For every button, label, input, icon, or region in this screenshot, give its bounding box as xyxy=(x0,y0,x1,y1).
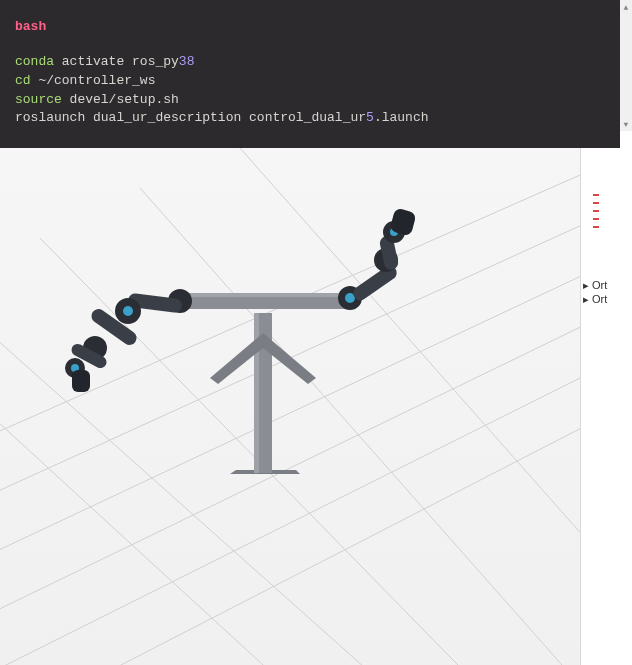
svg-rect-12 xyxy=(254,313,259,473)
code-lines[interactable]: conda activate ros_py38cd ~/controller_w… xyxy=(15,53,605,128)
svg-rect-24 xyxy=(72,370,90,392)
svg-point-18 xyxy=(123,306,133,316)
rviz-side-panel[interactable]: ▸Ort▸Ort xyxy=(580,148,620,665)
tree-item[interactable]: ▸Ort xyxy=(583,293,607,306)
side-panel-ticks xyxy=(593,188,599,234)
code-line: source devel/setup.sh xyxy=(15,91,605,110)
code-block: bash conda activate ros_py38cd ~/control… xyxy=(0,0,620,148)
right-arm xyxy=(338,208,417,310)
code-line: conda activate ros_py38 xyxy=(15,53,605,72)
scroll-up-button[interactable]: ▲ xyxy=(620,0,632,14)
tree-item[interactable]: ▸Ort xyxy=(583,279,607,292)
code-line: roslaunch dual_ur_description control_du… xyxy=(15,109,605,128)
scroll-down-button[interactable]: ▼ xyxy=(620,117,632,131)
rviz-viewport[interactable]: ▸Ort▸Ort ⊞ u204@ubuntu: ~/myControlle [I… xyxy=(0,148,620,665)
rviz-scene[interactable] xyxy=(0,148,580,665)
side-panel-tree[interactable]: ▸Ort▸Ort xyxy=(583,278,607,307)
svg-rect-14 xyxy=(180,293,350,297)
code-scrollbar[interactable]: ▲ ▼ xyxy=(620,0,632,131)
left-arm xyxy=(65,289,192,392)
code-language-tag: bash xyxy=(15,18,605,37)
dual-arm-robot xyxy=(0,148,580,665)
code-line: cd ~/controller_ws xyxy=(15,72,605,91)
